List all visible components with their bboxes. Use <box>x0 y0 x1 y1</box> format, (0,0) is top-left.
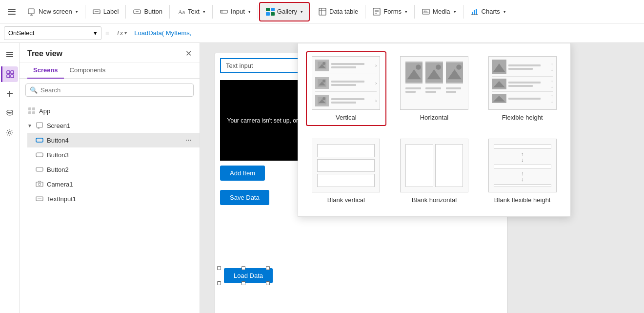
svg-rect-30 <box>6 56 13 57</box>
side-menu-icon[interactable] <box>2 47 18 63</box>
svg-rect-10 <box>266 8 270 11</box>
toolbar: New screen ▾ Label Button Aa Text ▾ Inpu… <box>0 0 644 23</box>
equals-sign: = <box>103 29 111 37</box>
side-treeview-icon[interactable] <box>1 66 18 82</box>
gallery-option-horizontal[interactable]: Horizontal <box>394 51 475 126</box>
svg-text:Aa: Aa <box>178 9 185 16</box>
button3-icon <box>35 150 44 159</box>
media-chevron: ▾ <box>454 9 456 14</box>
side-add-icon[interactable] <box>2 86 18 102</box>
side-data-icon[interactable] <box>2 105 18 121</box>
button4-more-button[interactable]: ··· <box>185 136 192 145</box>
fx-chevron: ▾ <box>124 30 126 36</box>
svg-rect-33 <box>7 75 10 78</box>
svg-point-61 <box>322 97 325 100</box>
screen1-expand: ▼ <box>27 123 32 128</box>
textinput1-label: TextInput1 <box>47 195 76 203</box>
gallery-label: Gallery <box>277 8 297 15</box>
svg-rect-40 <box>32 107 35 110</box>
thumb-img <box>315 60 329 71</box>
load-data-wrapper: Load Data <box>219 268 268 283</box>
save-data-button[interactable]: Save Data <box>220 190 269 205</box>
property-selector[interactable]: OnSelect ▾ <box>4 26 101 40</box>
gallery-option-flexible-height[interactable]: ↑↓ ↑↓ <box>482 51 563 126</box>
tree-item-button2[interactable]: Button2 <box>27 162 200 177</box>
tree-item-app[interactable]: App <box>20 104 200 118</box>
charts-icon <box>470 7 479 16</box>
side-tools-icon[interactable] <box>2 125 18 141</box>
button2-label: Button2 <box>47 166 69 173</box>
tree-close-button[interactable]: ✕ <box>185 49 192 58</box>
text-icon: Aa <box>177 7 185 16</box>
data-table-button[interactable]: Data table <box>312 2 364 21</box>
formula-input[interactable] <box>132 26 640 40</box>
load-data-button[interactable]: Load Data <box>224 268 273 283</box>
gallery-option-vertical[interactable]: › › <box>306 51 386 126</box>
svg-rect-14 <box>319 8 326 15</box>
svg-rect-12 <box>266 12 270 16</box>
blank-flexible-height-thumb: ↑↓ ↑↓ <box>488 139 557 192</box>
label-label: Label <box>103 8 119 15</box>
app-icon <box>27 106 36 115</box>
button4-label: Button4 <box>47 137 69 144</box>
forms-label: Forms <box>383 8 402 15</box>
input-button[interactable]: Input ▾ <box>214 2 257 21</box>
tree-item-button3[interactable]: Button3 <box>27 147 200 162</box>
handle-br[interactable] <box>266 281 270 285</box>
tree-item-camera1[interactable]: Camera1 <box>27 177 200 191</box>
blank-horizontal-thumb <box>400 139 468 192</box>
handle-tl[interactable] <box>217 266 221 270</box>
gallery-option-blank-horizontal[interactable]: Blank horizontal <box>394 134 475 209</box>
data-table-icon <box>318 7 327 16</box>
tree-item-screen1[interactable]: ▼ Screen1 <box>20 118 200 133</box>
gallery-option-blank-flexible-height[interactable]: ↑↓ ↑↓ Blank flexible height <box>482 134 563 209</box>
search-icon: 🔍 <box>30 86 38 94</box>
side-icons <box>0 43 20 313</box>
forms-button[interactable]: Forms ▾ <box>366 2 413 21</box>
tab-components[interactable]: Components <box>64 63 112 79</box>
flexible-height-thumb: ↑↓ ↑↓ <box>488 56 557 110</box>
hamburger-menu[interactable] <box>4 4 20 20</box>
svg-rect-32 <box>11 71 14 74</box>
svg-rect-29 <box>6 54 13 55</box>
svg-point-38 <box>8 132 11 134</box>
thumb-img <box>315 77 329 89</box>
gallery-option-blank-vertical[interactable]: Blank vertical <box>306 134 386 209</box>
tree-title: Tree view <box>27 49 62 58</box>
handle-tr[interactable] <box>266 266 270 270</box>
handle-tm[interactable] <box>242 266 245 270</box>
gallery-label-blank-vertical: Blank vertical <box>327 196 365 204</box>
button-button[interactable]: Button <box>127 2 168 21</box>
svg-rect-31 <box>7 71 10 74</box>
media-button[interactable]: Media ▾ <box>416 2 462 21</box>
gallery-button[interactable]: Gallery ▾ <box>259 2 310 21</box>
handle-bl[interactable] <box>217 281 221 285</box>
new-screen-button[interactable]: New screen ▾ <box>21 2 84 21</box>
divider-7 <box>365 5 365 19</box>
fx-label: f <box>117 29 119 37</box>
fx-button[interactable]: fx ▾ <box>113 29 130 37</box>
add-item-button[interactable]: Add Item <box>220 166 265 181</box>
app-label: App <box>39 107 50 115</box>
svg-rect-48 <box>36 167 43 171</box>
svg-rect-34 <box>11 75 14 78</box>
tree-item-button4[interactable]: Button4 ··· <box>27 133 200 147</box>
text-button[interactable]: Aa Text ▾ <box>171 2 211 21</box>
camera1-icon <box>35 180 44 188</box>
tree-panel: Tree view ✕ Screens Components 🔍 App ▼ <box>20 43 200 313</box>
tree-item-textinput1[interactable]: TextInput1 <box>27 191 200 206</box>
tab-screens[interactable]: Screens <box>27 63 64 79</box>
search-input[interactable] <box>40 86 189 94</box>
button4-icon <box>35 136 44 145</box>
handle-bm[interactable] <box>242 281 245 285</box>
label-button[interactable]: Label <box>86 2 125 21</box>
svg-rect-11 <box>271 8 275 11</box>
charts-button[interactable]: Charts ▾ <box>464 2 512 21</box>
gallery-label-blank-flexible-height: Blank flexible height <box>494 196 551 204</box>
tree-items: App ▼ Screen1 Button4 ··· <box>20 102 200 313</box>
thumb-chevron: › <box>375 63 377 68</box>
search-box: 🔍 <box>25 83 194 97</box>
divider-9 <box>463 5 463 19</box>
svg-point-55 <box>322 62 325 65</box>
svg-rect-42 <box>32 111 35 114</box>
